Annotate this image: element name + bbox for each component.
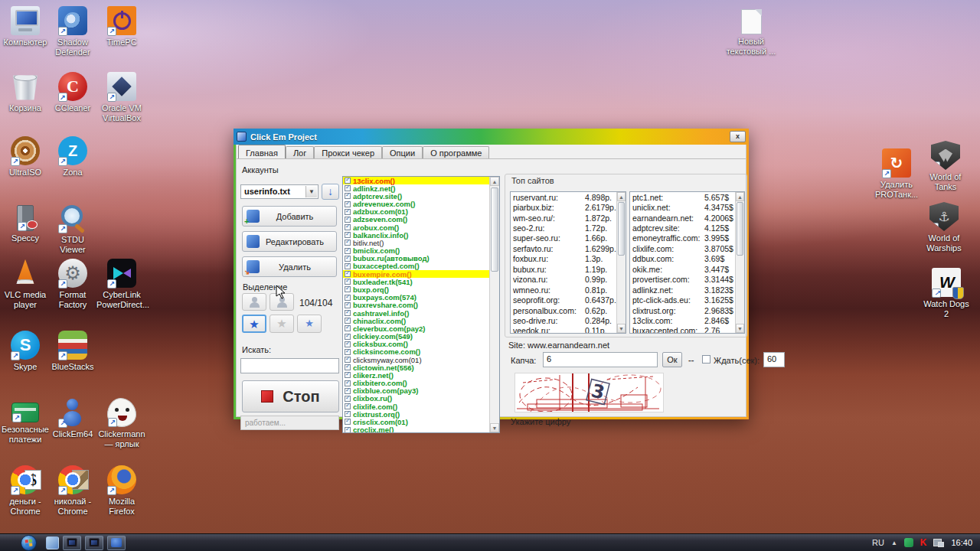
star-invert-button[interactable]: ★ bbox=[297, 315, 322, 333]
close-button[interactable]: x bbox=[730, 131, 746, 142]
desktop-icon-world-of-tanks[interactable]: ↗World of Tanks bbox=[920, 141, 971, 192]
site-row[interactable]: cleverbux.com(pay2) bbox=[343, 324, 489, 332]
site-row[interactable]: crisclix.com(01) bbox=[343, 418, 489, 425]
usd-list-scrollbar[interactable]: ▲ ▼ bbox=[735, 192, 744, 333]
desktop-icon-format-factory[interactable]: ⚙↗Format Factory bbox=[47, 259, 98, 310]
desktop-icon-recycle-bin[interactable]: Корзина bbox=[0, 72, 51, 113]
checkbox-checked-icon[interactable] bbox=[345, 349, 351, 355]
scroll-up-icon[interactable]: ▲ bbox=[490, 177, 499, 186]
checkbox-checked-icon[interactable] bbox=[345, 419, 351, 425]
edit-button[interactable]: Редактировать bbox=[242, 231, 337, 252]
select-all-button[interactable] bbox=[242, 293, 266, 311]
site-row[interactable]: buxaccepted.com() bbox=[343, 262, 489, 270]
checkbox-checked-icon[interactable] bbox=[345, 256, 351, 262]
checkbox-checked-icon[interactable] bbox=[345, 240, 351, 246]
top-sites-rub-list[interactable]: ruservant.ru:4.898p.piarbux.biz:2.6179p.… bbox=[510, 191, 626, 334]
green-tray-icon[interactable] bbox=[904, 538, 913, 547]
top-site-row[interactable]: wmneo.ru:0.81p. bbox=[511, 285, 616, 295]
add-button[interactable]: Добавить bbox=[242, 206, 337, 227]
checkbox-checked-icon[interactable] bbox=[345, 248, 351, 254]
checkbox-checked-icon[interactable] bbox=[345, 178, 351, 184]
scroll-down-icon[interactable]: ▼ bbox=[490, 423, 499, 432]
top-site-row[interactable]: seo-2.ru:1.72p. bbox=[511, 223, 616, 233]
checkbox-checked-icon[interactable] bbox=[345, 388, 351, 394]
site-row[interactable]: clicksmyway.com(01) bbox=[343, 356, 489, 364]
chevron-down-icon[interactable]: ▼ bbox=[305, 186, 317, 197]
kaspersky-icon[interactable]: K bbox=[920, 537, 927, 548]
scroll-up-icon[interactable]: ▲ bbox=[617, 192, 626, 201]
captcha-input[interactable]: 6 bbox=[543, 352, 658, 367]
checkbox-checked-icon[interactable] bbox=[345, 372, 351, 378]
top-site-row[interactable]: piarbux.biz:2.6179p. bbox=[511, 202, 616, 212]
checkbox-checked-icon[interactable] bbox=[345, 341, 351, 347]
site-row[interactable]: 13clix.com() bbox=[343, 177, 489, 184]
scroll-down-icon[interactable]: ▼ bbox=[736, 324, 744, 333]
download-accounts-button[interactable]: ↓ bbox=[322, 184, 339, 200]
language-indicator[interactable]: RU bbox=[872, 538, 884, 547]
checkbox-checked-icon[interactable] bbox=[345, 396, 351, 402]
site-row[interactable]: chinaclix.com() bbox=[343, 317, 489, 324]
top-site-row[interactable]: veedok.ru:0.11p. bbox=[511, 326, 616, 334]
top-site-row[interactable]: adptcrev.site:4.125$ bbox=[630, 223, 735, 233]
star-select-button[interactable]: ★ bbox=[242, 315, 266, 333]
top-site-row[interactable]: earnandearn.net:4.2006$ bbox=[630, 213, 735, 223]
top-site-row[interactable]: emoneytraffic.com:3.995$ bbox=[630, 233, 735, 243]
checkbox-checked-icon[interactable] bbox=[345, 302, 351, 308]
top-sites-usd-list[interactable]: ptc1.net:5.657$uniclix.net:4.3475$earnan… bbox=[629, 191, 745, 334]
checkbox-checked-icon[interactable] bbox=[345, 217, 351, 223]
top-site-row[interactable]: okik.me:3.447$ bbox=[630, 264, 735, 274]
site-row[interactable]: bubux.ru(автовывод) bbox=[343, 255, 489, 262]
site-row[interactable]: bitliv.net() bbox=[343, 239, 489, 246]
wait-checkbox[interactable] bbox=[702, 355, 710, 364]
checkbox-checked-icon[interactable] bbox=[345, 279, 351, 285]
hidden-icons-arrow[interactable]: ▲ bbox=[891, 540, 897, 546]
top-site-row[interactable]: uniclix.net:4.3475$ bbox=[630, 202, 735, 212]
checkbox-checked-icon[interactable] bbox=[345, 263, 351, 269]
top-site-row[interactable]: personalbux.com:0.62p. bbox=[511, 305, 616, 315]
top-site-row[interactable]: buxaccepted.com:2.76 bbox=[630, 326, 735, 334]
top-site-row[interactable]: ptc1.net:5.657$ bbox=[630, 192, 735, 202]
desktop-icon-virtualbox[interactable]: ↗Oracle VM VirtualBox bbox=[96, 72, 147, 123]
top-site-row[interactable]: bubux.ru:1.19p. bbox=[511, 264, 616, 274]
site-row[interactable]: adzbux.com(01) bbox=[343, 208, 489, 216]
site-row[interactable]: balkanclix.info() bbox=[343, 231, 489, 239]
desktop-icon-uninstall-protank[interactable]: ↻↗Удалить PROТанк... bbox=[871, 148, 922, 200]
checkbox-checked-icon[interactable] bbox=[345, 364, 351, 370]
site-row[interactable]: adlinkz.net() bbox=[343, 184, 489, 192]
checkbox-checked-icon[interactable] bbox=[345, 224, 351, 230]
top-site-row[interactable]: super-seo.ru:1.66p. bbox=[511, 233, 616, 243]
clickem-task-button[interactable] bbox=[107, 536, 126, 550]
site-row[interactable]: adrevenuex.com() bbox=[343, 201, 489, 208]
delete-button[interactable]: Удалить bbox=[242, 256, 337, 277]
desktop-icon-safe-money[interactable]: ↗Безопасные платежи bbox=[0, 398, 51, 445]
account-file-combo[interactable]: userinfo.txt ▼ bbox=[240, 184, 318, 199]
top-site-row[interactable]: wm-seo.ru/:1.872p. bbox=[511, 213, 616, 223]
desktop-icon-powerdirector[interactable]: ↗CyberLink PowerDirect... bbox=[96, 259, 147, 310]
rub-list-scrollbar[interactable]: ▲ ▼ bbox=[616, 192, 626, 333]
scroll-thumb[interactable] bbox=[491, 187, 498, 272]
stop-button[interactable]: Стоп bbox=[242, 380, 339, 412]
desktop-icon-speccy[interactable]: ↗Speccy bbox=[0, 204, 51, 243]
site-row[interactable]: clikerz.net() bbox=[343, 371, 489, 379]
site-list[interactable]: 13clix.com()adlinkz.net()adptcrev.site()… bbox=[342, 176, 500, 433]
site-row[interactable]: clixblue.com(pay3) bbox=[343, 387, 489, 395]
checkbox-checked-icon[interactable] bbox=[345, 271, 351, 277]
checkbox-checked-icon[interactable] bbox=[345, 318, 351, 324]
site-list-scrollbar[interactable]: ▲ ▼ bbox=[489, 177, 499, 432]
site-row[interactable]: buxrevshare.com() bbox=[343, 302, 489, 309]
checkbox-checked-icon[interactable] bbox=[345, 427, 351, 433]
desktop-icon-computer[interactable]: Компьютер bbox=[0, 6, 51, 47]
checkbox-checked-icon[interactable] bbox=[345, 325, 351, 331]
site-row[interactable]: adzseven.com() bbox=[343, 216, 489, 223]
site-row[interactable]: clicksincome.com() bbox=[343, 348, 489, 356]
desktop-icon-shadow-defender[interactable]: ↗Shadow Defender bbox=[47, 6, 98, 57]
title-bar[interactable]: Click Em Project x bbox=[234, 129, 749, 145]
site-row[interactable]: clixbox.ru() bbox=[343, 395, 489, 403]
desktop-icon-skype[interactable]: S↗Skype bbox=[0, 331, 51, 372]
checkbox-checked-icon[interactable] bbox=[345, 334, 351, 340]
site-row[interactable]: cashtravel.info() bbox=[343, 309, 489, 317]
checkbox-checked-icon[interactable] bbox=[345, 209, 351, 215]
site-row[interactable]: clixbitero.com() bbox=[343, 379, 489, 386]
scroll-down-icon[interactable]: ▼ bbox=[617, 324, 626, 333]
site-row[interactable]: bmiclix.com() bbox=[343, 247, 489, 255]
